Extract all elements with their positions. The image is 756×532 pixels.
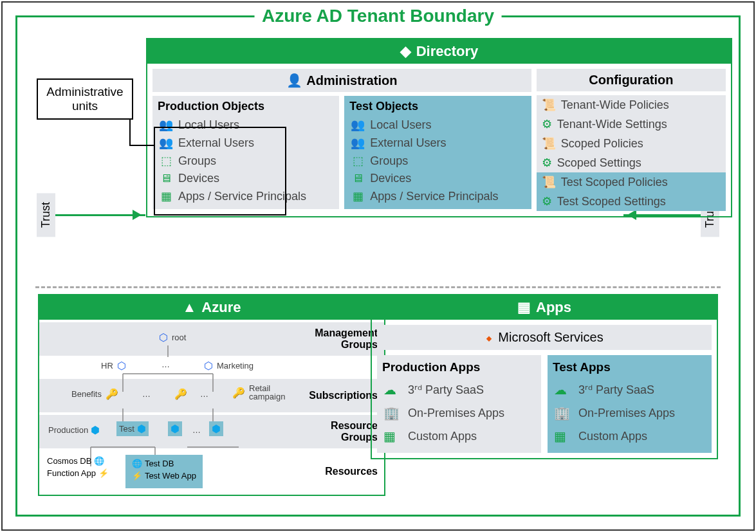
test-apps: Test Apps ☁3ʳᵈ Party SaaS 🏢On-Premises A… [548,355,712,453]
directory-title: Directory [416,43,479,60]
external-users-icon: 👥 [351,136,365,150]
azure-mgmt-row: ⬡ root Management Groups [39,322,384,356]
key-icon: 🔑 [232,387,245,399]
mgmt-group-icon: ⬡ [204,360,213,372]
grid-icon: ▦ [383,428,401,444]
sub-benefits-label: Benefits [71,389,102,399]
building-icon: 🏢 [383,405,401,421]
azure-title: Azure [201,299,241,316]
test-external-users: 👥External Users [349,134,526,152]
users-icon: 👥 [351,118,365,132]
db-icon: 🌐 [132,459,142,468]
groups-icon: ⬚ [351,154,365,168]
scroll-icon: 📜 [542,98,556,112]
config-scoped-settings: ⚙Scoped Settings [537,153,726,172]
trust-arrow-left [55,214,145,216]
admin-units-connector [129,107,155,146]
res-testweb: ⚡Test Web App [128,470,200,482]
ellipsis: … [161,360,170,369]
devices-icon: 🖥 [351,172,365,185]
administration-title: Administration [306,73,397,88]
res-function: Function App⚡ [43,467,113,479]
prod-custom: ▦Custom Apps [382,425,536,448]
office-icon: ⬥ [485,330,493,345]
test-local-users: 👥Local Users [349,116,526,134]
building-icon: 🏢 [554,405,572,421]
trust-left: Trust [37,193,145,237]
tenant-boundary-title: Azure AD Tenant Boundary [254,6,502,26]
config-test-scoped-policies: 📜Test Scoped Policies [537,172,726,192]
res-cosmos: Cosmos DB🌐 [43,455,113,467]
production-apps-title: Production Apps [382,360,536,374]
resources-label: Resources [300,466,384,477]
grid-icon: ▦ [554,428,572,444]
azure-icon: ▲ [183,299,197,316]
test-apps-sp: ▦Apps / Service Principals [349,187,526,205]
directory-icon: ◆ [400,43,411,60]
apps-header-icon: ▦ [517,299,531,316]
apps-header: ▦ Apps [372,295,717,320]
tenant-boundary: Azure AD Tenant Boundary Administrative … [15,15,741,517]
resource-group-icon: ⬢ [137,423,146,435]
configuration-header: Configuration [537,69,726,91]
function-icon: ⚡ [98,468,109,478]
azure-subs-row: Benefits 🔑 … 🔑 … 🔑 Retail campaign Subsc… [39,379,384,412]
azure-section: ▲ Azure [38,294,385,496]
divider-dash [35,286,721,288]
resource-group-icon: ⬢ [168,421,182,436]
gear-icon: ⚙ [542,156,552,170]
test-custom: ▦Custom Apps [553,425,706,448]
test-groups: ⬚Groups [349,152,526,170]
config-scoped-policies: 📜Scoped Policies [537,134,726,153]
configuration-title: Configuration [589,73,673,87]
configuration-list: 📜Tenant-Wide Policies ⚙Tenant-Wide Setti… [537,95,726,211]
resource-group-icon: ⬢ [91,424,100,436]
cosmos-icon: 🌐 [94,456,104,466]
config-tenant-settings: ⚙Tenant-Wide Settings [537,115,726,134]
scroll-icon: 📜 [542,136,556,151]
rg-production-label: Production [48,425,88,435]
outer-frame: Azure AD Tenant Boundary Administrative … [1,1,755,531]
apps-section: ▦ Apps ⬥ Microsoft Services Production A… [371,294,718,459]
config-tenant-policies: 📜Tenant-Wide Policies [537,95,726,115]
test-3rd-party: ☁3ʳᵈ Party SaaS [553,378,706,401]
apps-icon: ▦ [351,189,365,203]
test-devices: 🖥Devices [349,170,526,187]
rg-test-label: Test [119,424,134,434]
scroll-icon: 📜 [542,175,556,189]
production-apps: Production Apps ☁3ʳᵈ Party SaaS 🏢On-Prem… [377,355,541,453]
key-icon: 🔑 [106,388,118,400]
sub-retail-label: Retail campaign [249,384,288,401]
azure-resources-row: Cosmos DB🌐 Function App⚡ 🌐Test DB ⚡Test … [39,451,384,492]
gear-icon: ⚙ [542,194,552,208]
mgmt-hr-label: HR [101,361,113,371]
prod-3rd-party: ☁3ʳᵈ Party SaaS [382,378,536,401]
azure-mgmt-row2: HR ⬡ … ⬡ Marketing [39,358,384,376]
key-icon: 🔑 [174,388,187,400]
admin-icon: 👤 [286,73,302,88]
prod-onprem: 🏢On-Premises Apps [382,401,536,425]
res-testdb: 🌐Test DB [128,457,200,470]
production-objects-title: Production Objects [158,100,334,113]
admin-units-scope-border [154,127,286,216]
apps-title: Apps [536,299,571,316]
test-apps-title: Test Apps [553,360,706,374]
resource-group-icon: ⬢ [209,421,223,436]
directory-header: ◆ Directory [147,39,731,64]
administration-header: 👤 Administration [152,69,531,92]
ms-services-label: Microsoft Services [498,330,603,345]
test-onprem: 🏢On-Premises Apps [553,401,706,425]
azure-header: ▲ Azure [39,295,384,320]
mgmt-group-icon: ⬡ [159,331,168,344]
admin-units-box: Administrative units [37,78,133,120]
mgmt-root-label: root [172,333,186,342]
test-objects: Test Objects 👥Local Users 👥External User… [344,96,531,209]
cloud-icon: ☁ [554,382,572,398]
web-icon: ⚡ [132,471,142,481]
cloud-icon: ☁ [383,382,401,398]
mgmt-group-icon: ⬡ [117,360,126,372]
trust-label-left: Trust [37,193,55,237]
test-objects-title: Test Objects [349,100,526,113]
config-test-scoped-settings: ⚙Test Scoped Settings [537,192,726,211]
mgmt-marketing-label: Marketing [217,361,254,371]
